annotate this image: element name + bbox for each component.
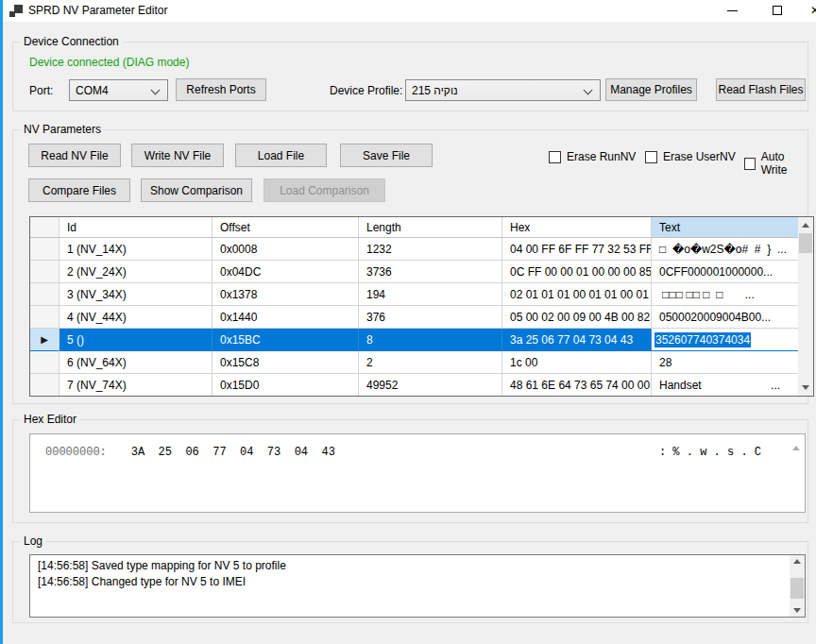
column-header-length[interactable]: Length xyxy=(359,217,502,238)
cell-text[interactable]: □□□ □□ □ □ ... xyxy=(652,283,798,306)
cell-offset[interactable]: 0x1378 xyxy=(212,283,359,306)
cell-hex[interactable]: 0C FF 00 00 01 00 00 00 85 ... xyxy=(502,261,652,283)
scroll-up-icon[interactable] xyxy=(792,446,800,450)
row-selector[interactable] xyxy=(30,283,60,306)
load-file-button[interactable]: Load File xyxy=(235,144,327,167)
log-line: [14:56:58] Saved type mapping for NV 5 t… xyxy=(30,555,805,574)
cell-length[interactable]: 49952 xyxy=(359,374,502,396)
auto-write-checkbox[interactable]: Auto Write xyxy=(744,150,808,177)
scroll-up-icon[interactable] xyxy=(802,223,809,228)
close-button[interactable]: ✕ xyxy=(806,0,816,22)
cell-length[interactable]: 194 xyxy=(359,283,502,306)
table-row[interactable]: 2 (NV_24X) 0x04DC 3736 0C FF 00 00 01 00… xyxy=(30,261,798,283)
cell-length[interactable]: 376 xyxy=(359,306,502,329)
cell-id[interactable]: 4 (NV_44X) xyxy=(60,306,212,329)
grid-vertical-scrollbar[interactable] xyxy=(798,217,813,396)
save-file-button[interactable]: Save File xyxy=(340,144,433,167)
cell-id[interactable]: 6 (NV_64X) xyxy=(60,351,212,374)
maximize-button[interactable] xyxy=(760,0,794,22)
column-header-text[interactable]: Text xyxy=(652,217,798,238)
current-row-arrow-icon: ▶ xyxy=(41,334,48,345)
log-vertical-scrollbar[interactable] xyxy=(790,555,805,617)
table-row[interactable]: 6 (NV_64X) 0x15C8 2 1c 00 28 xyxy=(30,351,798,374)
device-profile-label: Device Profile: xyxy=(330,84,402,97)
window-title: SPRD NV Parameter Editor xyxy=(28,0,167,22)
cell-offset[interactable]: 0x04DC xyxy=(212,261,359,283)
load-comparison-button[interactable]: Load Comparison xyxy=(264,178,385,202)
write-nv-file-button[interactable]: Write NV File xyxy=(131,144,224,167)
read-flash-files-button[interactable]: Read Flash Files xyxy=(716,78,806,101)
row-selector[interactable] xyxy=(30,351,60,374)
device-connection-group: Device Connection Device connected (DIAG… xyxy=(12,42,808,111)
scroll-up-icon[interactable] xyxy=(793,559,801,564)
column-header-id[interactable]: Id xyxy=(60,217,212,238)
cell-hex[interactable]: 02 01 01 01 00 01 01 00 01 ... xyxy=(502,283,652,306)
cell-offset[interactable]: 0x15D0 xyxy=(212,374,359,396)
erase-usernv-label: Erase UserNV xyxy=(663,150,736,163)
device-profile-select[interactable]: 215 נוקיה xyxy=(405,79,601,101)
erase-usernv-checkbox[interactable]: Erase UserNV xyxy=(645,150,736,163)
scrollbar-thumb[interactable] xyxy=(799,233,812,253)
minimize-icon xyxy=(727,10,738,11)
row-selector[interactable]: ▶ xyxy=(30,329,60,351)
table-row[interactable]: 7 (NV_74X) 0x15D0 49952 48 61 6E 64 73 6… xyxy=(30,374,798,396)
table-row[interactable]: 1 (NV_14X) 0x0008 1232 04 00 FF 6F FF 77… xyxy=(30,238,798,261)
cell-text[interactable]: 0CFF000001000000... xyxy=(652,261,798,283)
column-header-hex[interactable]: Hex xyxy=(502,217,652,238)
manage-profiles-button[interactable]: Manage Profiles xyxy=(605,78,697,101)
table-row-selected[interactable]: ▶ 5 () 0x15BC 8 3a 25 06 77 04 73 04 43 … xyxy=(30,329,798,351)
refresh-ports-button[interactable]: Refresh Ports xyxy=(176,78,266,101)
cell-text[interactable]: 28 xyxy=(652,351,798,374)
cell-offset[interactable]: 0x0008 xyxy=(212,238,359,261)
minimize-button[interactable] xyxy=(715,0,749,22)
cell-text-editing[interactable]: 352607740374034 xyxy=(652,329,798,351)
cell-id[interactable]: 2 (NV_24X) xyxy=(60,261,212,283)
scroll-down-icon[interactable] xyxy=(802,385,809,390)
port-select[interactable]: COM4 xyxy=(69,79,168,101)
cell-hex[interactable]: 05 00 02 00 09 00 4B 00 82 ... xyxy=(502,306,652,329)
log-box[interactable]: [14:56:58] Saved type mapping for NV 5 t… xyxy=(29,554,806,618)
row-selector[interactable] xyxy=(30,261,60,283)
cell-length[interactable]: 3736 xyxy=(359,261,502,283)
cell-hex[interactable]: 3a 25 06 77 04 73 04 43 xyxy=(502,329,652,351)
hex-line: 00000000: 3A 25 06 77 04 73 04 43 : % . … xyxy=(45,446,761,459)
cell-length[interactable]: 2 xyxy=(359,351,502,374)
close-icon: ✕ xyxy=(810,4,816,17)
cell-offset[interactable]: 0x1440 xyxy=(212,306,359,329)
table-row[interactable]: 4 (NV_44X) 0x1440 376 05 00 02 00 09 00 … xyxy=(30,306,798,329)
hex-bytes[interactable]: 3A 25 06 77 04 73 04 43 xyxy=(131,446,659,459)
device-connection-title: Device Connection xyxy=(20,35,123,48)
cell-hex[interactable]: 1c 00 xyxy=(502,351,652,374)
show-comparison-button[interactable]: Show Comparison xyxy=(141,178,252,202)
row-selector[interactable] xyxy=(30,374,60,396)
cell-id[interactable]: 1 (NV_14X) xyxy=(60,238,212,261)
cell-id[interactable]: 7 (NV_74X) xyxy=(60,374,212,396)
selected-edit-text[interactable]: 352607740374034 xyxy=(654,332,751,347)
cell-length[interactable]: 8 xyxy=(359,329,502,351)
compare-files-button[interactable]: Compare Files xyxy=(28,178,130,202)
cell-id[interactable]: 3 (NV_34X) xyxy=(60,283,212,306)
nv-grid[interactable]: Id Offset Length Hex Text 1 (NV_14X) 0x0… xyxy=(29,216,814,397)
cell-length[interactable]: 1232 xyxy=(359,238,502,261)
read-nv-file-button[interactable]: Read NV File xyxy=(28,144,121,167)
column-header-offset[interactable]: Offset xyxy=(212,217,359,238)
scrollbar-thumb[interactable] xyxy=(790,578,804,599)
row-selector[interactable] xyxy=(30,306,60,329)
cell-id[interactable]: 5 () xyxy=(60,329,212,351)
checkbox-icon xyxy=(645,151,657,163)
erase-runnv-checkbox[interactable]: Erase RunNV xyxy=(549,150,636,163)
cell-offset[interactable]: 0x15C8 xyxy=(212,351,359,374)
cell-text[interactable]: 0500020009004B00... xyxy=(652,306,798,329)
port-label: Port: xyxy=(29,84,53,97)
row-selector[interactable] xyxy=(30,238,60,261)
chevron-down-icon xyxy=(151,86,161,95)
cell-text[interactable]: □ �o�w2S�o# # } ... xyxy=(652,238,798,261)
hex-editor-box[interactable]: 00000000: 3A 25 06 77 04 73 04 43 : % . … xyxy=(29,433,806,513)
cell-text[interactable]: Handset ... xyxy=(652,374,798,396)
scroll-down-icon[interactable] xyxy=(793,608,801,613)
cell-offset[interactable]: 0x15BC xyxy=(212,329,359,351)
device-profile-value: 215 נוקיה xyxy=(412,84,458,97)
table-row[interactable]: 3 (NV_34X) 0x1378 194 02 01 01 01 00 01 … xyxy=(30,283,798,306)
cell-hex[interactable]: 04 00 FF 6F FF 77 32 53 FF ... xyxy=(502,238,652,261)
cell-hex[interactable]: 48 61 6E 64 73 65 74 00 00 ... xyxy=(502,374,652,396)
